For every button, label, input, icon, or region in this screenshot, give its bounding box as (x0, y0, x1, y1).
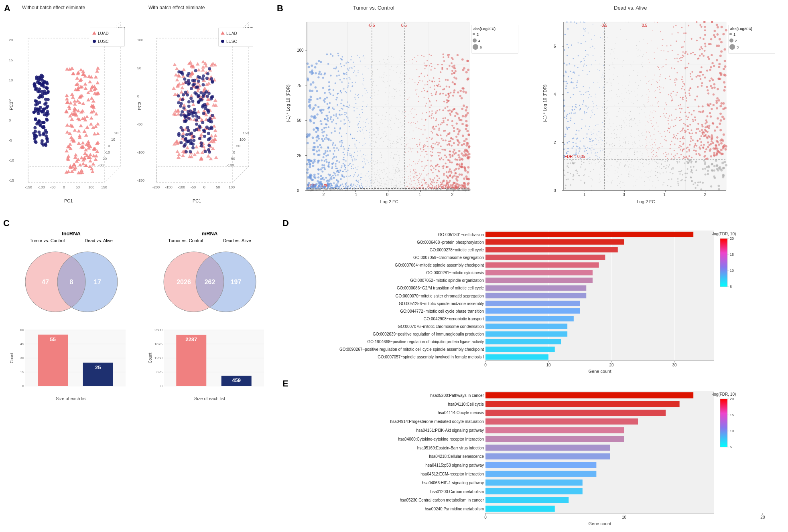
lncrna-title: lncRNA (62, 231, 81, 237)
lncrna-subtitles: Tumor vs. Control Dead vs. Alive (30, 238, 113, 243)
panel-c-inner: lncRNA Tumor vs. Control Dead vs. Alive … (4, 231, 277, 401)
volcano-right-plot (542, 14, 778, 210)
mrna-subtitles: Tumor vs. Control Dead vs. Alive (168, 238, 251, 243)
panel-b-label: B (277, 3, 283, 14)
panel-a-label: A (4, 3, 10, 14)
panel-c: C lncRNA Tumor vs. Control Dead vs. Aliv… (0, 216, 281, 532)
pca-left-title: Without batch effect eliminate (22, 5, 85, 10)
panel-e-label: E (282, 378, 288, 389)
volcano-left-plot (285, 14, 522, 210)
panel-c-label: C (3, 218, 10, 229)
pca-right-title: With batch effect eliminate (148, 5, 205, 10)
panel-b: B Tumor vs. Control Dead vs. Alive (273, 0, 788, 216)
page: A Without batch effect eliminate With ba… (0, 0, 788, 532)
bar-mrna (148, 324, 272, 396)
lncrna-sub1: Tumor vs. Control (30, 238, 65, 243)
volcano-right-title: Dead vs. Alive (614, 5, 647, 11)
top-row: A Without batch effect eliminate With ba… (0, 0, 788, 216)
mrna-title: mRNA (202, 231, 218, 237)
venn-lncrna (9, 244, 134, 324)
panel-de: D E (281, 216, 788, 532)
pca-left-plot (8, 14, 128, 206)
panel-a: A Without batch effect eliminate With ba… (0, 0, 273, 216)
mrna-sub2: Dead vs. Alive (223, 238, 251, 243)
panel-d-label: D (282, 218, 289, 229)
lncrna-section: lncRNA Tumor vs. Control Dead vs. Alive … (4, 231, 138, 401)
mrna-sub1: Tumor vs. Control (168, 238, 203, 243)
bottom-row: C lncRNA Tumor vs. Control Dead vs. Aliv… (0, 216, 788, 532)
bar-lncrna (9, 324, 134, 396)
venn-mrna (148, 244, 272, 324)
mrna-bar-xaxis: Size of each list (194, 396, 225, 401)
lncrna-bar-xaxis: Size of each list (56, 396, 87, 401)
barplot-e (289, 385, 778, 529)
pca-right-plot (136, 14, 257, 206)
lncrna-sub2: Dead vs. Alive (85, 238, 113, 243)
volcano-left-title: Tumor vs. Control (353, 5, 394, 11)
mrna-section: mRNA Tumor vs. Control Dead vs. Alive Si… (142, 231, 277, 401)
barplot-d (289, 225, 778, 377)
